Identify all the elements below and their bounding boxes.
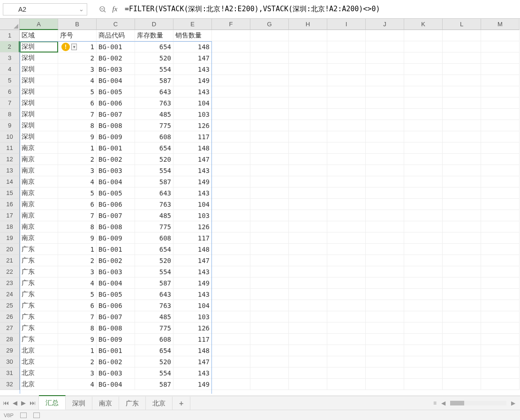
row-header[interactable]: 11 (0, 142, 20, 154)
col-header-E[interactable]: E (173, 19, 212, 30)
cell[interactable]: 北京 (20, 345, 58, 356)
cell[interactable] (250, 142, 289, 154)
cell[interactable]: 广东 (20, 255, 58, 266)
cell[interactable] (212, 41, 250, 52)
cell[interactable] (289, 199, 327, 210)
row-header[interactable]: 9 (0, 120, 20, 131)
col-header-G[interactable]: G (250, 19, 289, 30)
cell[interactable]: 148 (173, 244, 212, 255)
cell[interactable]: 2 (58, 255, 97, 266)
cell[interactable] (212, 278, 250, 289)
row-header[interactable]: 27 (0, 322, 20, 334)
row-header[interactable]: 4 (0, 64, 20, 75)
cell[interactable]: 643 (135, 289, 173, 300)
sheet-tab[interactable]: 深圳 (66, 397, 92, 410)
cell[interactable] (404, 266, 443, 278)
row-header[interactable]: 5 (0, 75, 20, 86)
cell[interactable] (404, 165, 443, 176)
cell[interactable]: 4 (58, 379, 97, 390)
col-header-B[interactable]: B (58, 19, 97, 30)
cell[interactable] (481, 278, 520, 289)
cell[interactable] (212, 379, 250, 390)
cell[interactable]: 区域 (20, 30, 58, 41)
cell[interactable]: BG-007 (97, 210, 135, 221)
row-header[interactable]: 32 (0, 379, 20, 390)
cell[interactable] (404, 98, 443, 109)
cell[interactable]: 5 (58, 289, 97, 300)
cell[interactable]: BG-009 (97, 131, 135, 142)
cell[interactable] (327, 154, 366, 165)
cell[interactable] (481, 165, 520, 176)
cell[interactable] (327, 165, 366, 176)
cell[interactable] (289, 278, 327, 289)
cell[interactable]: 554 (135, 64, 173, 75)
cell[interactable]: 4 (58, 176, 97, 188)
cell[interactable] (250, 334, 289, 345)
cell[interactable]: 143 (173, 165, 212, 176)
cell[interactable] (481, 98, 520, 109)
cell[interactable] (404, 199, 443, 210)
cell[interactable]: 520 (135, 154, 173, 165)
cell[interactable] (327, 255, 366, 266)
cell[interactable] (289, 255, 327, 266)
horizontal-scrollbar[interactable] (450, 401, 506, 405)
cell[interactable]: 南京 (20, 199, 58, 210)
cell[interactable]: 608 (135, 131, 173, 142)
cell[interactable] (327, 266, 366, 278)
cell[interactable] (443, 379, 481, 390)
cell[interactable]: 104 (173, 98, 212, 109)
cell[interactable] (289, 176, 327, 188)
cell[interactable] (327, 52, 366, 64)
cell[interactable]: BG-008 (97, 120, 135, 131)
cell[interactable] (404, 322, 443, 334)
row-header[interactable]: 21 (0, 255, 20, 266)
cell[interactable]: 149 (173, 176, 212, 188)
cell[interactable]: 147 (173, 154, 212, 165)
cell[interactable] (327, 30, 366, 41)
cell[interactable] (404, 345, 443, 356)
cell[interactable] (289, 86, 327, 98)
cell[interactable]: BG-005 (97, 86, 135, 98)
cell[interactable] (481, 322, 520, 334)
cell[interactable] (404, 356, 443, 368)
cell[interactable]: BG-004 (97, 278, 135, 289)
cell[interactable] (212, 300, 250, 311)
formula-input[interactable] (122, 3, 517, 15)
cell[interactable]: 南京 (20, 165, 58, 176)
row-header[interactable]: 31 (0, 368, 20, 379)
cell[interactable] (327, 356, 366, 368)
cell[interactable]: 126 (173, 120, 212, 131)
cell[interactable]: 深圳 (20, 86, 58, 98)
cell[interactable] (443, 165, 481, 176)
cell[interactable] (404, 154, 443, 165)
cell[interactable] (481, 142, 520, 154)
cell[interactable] (366, 165, 404, 176)
cell[interactable]: 520 (135, 356, 173, 368)
cell[interactable] (250, 244, 289, 255)
cell[interactable] (443, 154, 481, 165)
cell[interactable] (327, 64, 366, 75)
cell[interactable] (404, 278, 443, 289)
cell[interactable]: 广东 (20, 266, 58, 278)
cell[interactable] (481, 244, 520, 255)
col-header-D[interactable]: D (135, 19, 173, 30)
cell[interactable] (212, 131, 250, 142)
cell[interactable]: 520 (135, 52, 173, 64)
cell[interactable]: 南京 (20, 142, 58, 154)
cell[interactable] (481, 188, 520, 199)
cell[interactable] (366, 154, 404, 165)
cell[interactable] (212, 322, 250, 334)
cell[interactable]: 554 (135, 368, 173, 379)
cell[interactable]: 6 (58, 199, 97, 210)
cell[interactable] (481, 255, 520, 266)
cell[interactable] (212, 154, 250, 165)
cell[interactable]: 销售数量 (173, 30, 212, 41)
cell[interactable]: 广东 (20, 311, 58, 322)
cell[interactable] (250, 120, 289, 131)
spreadsheet-grid[interactable]: ABCDEFGHIJKLM 12345678910111213141516171… (0, 19, 520, 394)
col-header-M[interactable]: M (481, 19, 520, 30)
cell[interactable]: 南京 (20, 154, 58, 165)
cell[interactable]: 4 (58, 75, 97, 86)
cell[interactable]: BG-005 (97, 289, 135, 300)
cell[interactable] (443, 368, 481, 379)
